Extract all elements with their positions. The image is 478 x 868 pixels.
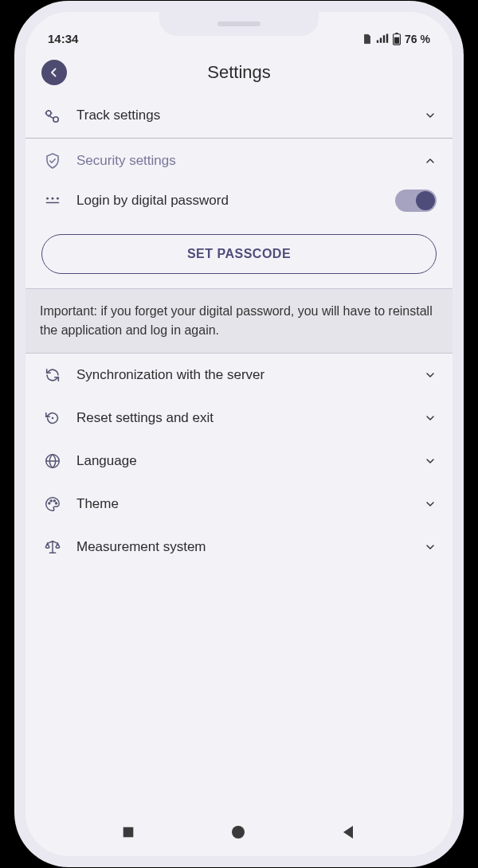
chevron-down-icon xyxy=(424,369,437,381)
android-navbar xyxy=(25,815,453,856)
reset-label: Reset settings and exit xyxy=(76,410,411,426)
language-label: Language xyxy=(76,453,411,469)
login-toggle[interactable] xyxy=(395,190,437,212)
palette-icon xyxy=(41,495,64,513)
svg-point-12 xyxy=(50,500,52,502)
svg-rect-2 xyxy=(394,37,399,44)
password-dots-icon xyxy=(41,192,64,209)
track-icon xyxy=(41,106,64,125)
language-row[interactable]: Language xyxy=(25,440,453,483)
battery-icon xyxy=(392,33,402,45)
theme-row[interactable]: Theme xyxy=(25,483,453,526)
chevron-down-icon xyxy=(424,455,437,467)
chevron-down-icon xyxy=(424,541,437,553)
phone-frame: 14:34 76 % Settings xyxy=(25,12,453,856)
nav-home-button[interactable] xyxy=(230,824,246,840)
login-toggle-label: Login by digital password xyxy=(76,193,382,209)
chevron-down-icon xyxy=(424,412,437,424)
sync-icon xyxy=(41,366,64,384)
nav-recent-button[interactable] xyxy=(121,825,135,839)
track-settings-label: Track settings xyxy=(76,108,411,123)
measurement-label: Measurement system xyxy=(76,539,411,555)
globe-icon xyxy=(41,452,64,470)
svg-point-3 xyxy=(46,111,51,115)
sim-icon xyxy=(362,33,373,45)
chevron-down-icon xyxy=(424,109,437,122)
battery-percent: 76 % xyxy=(405,33,430,45)
signal-icon xyxy=(376,33,389,45)
set-passcode-label: SET PASSCODE xyxy=(187,247,291,261)
sync-row[interactable]: Synchronization with the server xyxy=(25,354,453,397)
sync-label: Synchronization with the server xyxy=(76,367,411,383)
app-screen: 14:34 76 % Settings xyxy=(25,12,453,856)
security-warning: Important: if you forget your digital pa… xyxy=(25,288,453,354)
svg-point-14 xyxy=(56,502,57,504)
chevron-down-icon xyxy=(424,498,437,510)
shield-icon xyxy=(41,151,64,170)
security-settings-row[interactable]: Security settings xyxy=(25,139,453,177)
phone-notch xyxy=(159,12,319,36)
scales-icon xyxy=(41,538,64,556)
reset-icon xyxy=(41,409,64,427)
back-button[interactable] xyxy=(41,60,67,85)
status-time: 14:34 xyxy=(48,32,78,45)
svg-point-9 xyxy=(52,417,54,420)
svg-rect-8 xyxy=(46,202,60,203)
track-settings-row[interactable]: Track settings xyxy=(25,93,453,138)
login-toggle-row: Login by digital password xyxy=(25,177,453,225)
reset-row[interactable]: Reset settings and exit xyxy=(25,397,453,440)
theme-label: Theme xyxy=(76,496,411,512)
measurement-row[interactable]: Measurement system xyxy=(25,526,453,569)
svg-point-5 xyxy=(46,197,49,200)
nav-back-button[interactable] xyxy=(341,824,357,840)
svg-rect-15 xyxy=(123,827,133,838)
page-title: Settings xyxy=(25,62,453,83)
svg-point-16 xyxy=(232,826,245,839)
set-passcode-button[interactable]: SET PASSCODE xyxy=(41,234,437,274)
svg-point-11 xyxy=(49,502,50,504)
svg-point-7 xyxy=(57,197,59,200)
chevron-up-icon xyxy=(424,154,437,167)
security-settings-label: Security settings xyxy=(76,153,411,169)
svg-point-13 xyxy=(53,500,55,502)
page-header: Settings xyxy=(25,49,453,93)
svg-point-6 xyxy=(52,197,54,200)
svg-rect-1 xyxy=(395,33,398,34)
